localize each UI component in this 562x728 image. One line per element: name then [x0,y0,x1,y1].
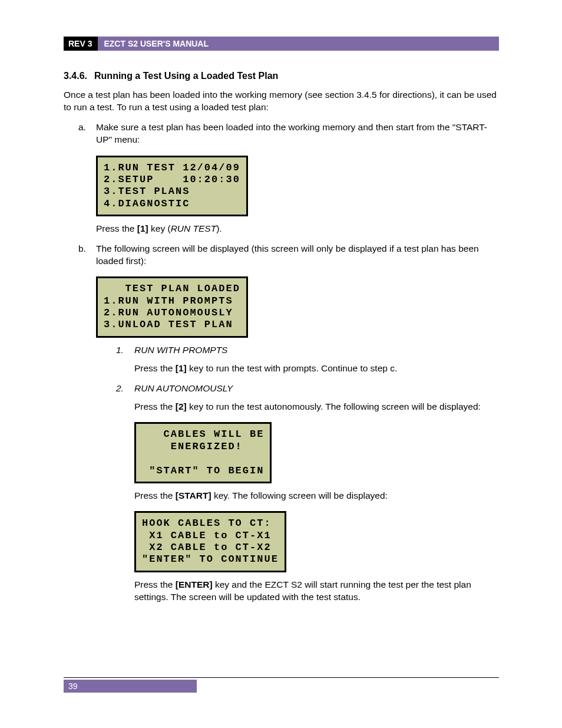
step-a-text: Make sure a test plan has been loaded in… [96,121,499,146]
key-1b: [1] [176,363,187,373]
step-b-marker: b. [78,242,86,255]
header-title: EZCT S2 USER'S MANUAL [98,39,209,48]
section-intro: Once a test plan has been loaded into th… [64,88,499,114]
lcd-startup-menu: 1.RUN TEST 12/04/09 2.SETUP 10:20:30 3.T… [96,156,248,217]
step-a-marker: a. [78,121,86,133]
section-heading: 3.4.6.Running a Test Using a Loaded Test… [64,70,499,83]
key-1: [1] [137,223,148,233]
step-b: b. The following screen will be displaye… [64,242,499,604]
step-b-text: The following screen will be displayed (… [96,242,499,268]
option-2: 2. RUN AUTONOMOUSLY Press the [2] key to… [96,382,499,604]
step-a-after: Press the [1] key (RUN TEST). [96,222,499,235]
section-number: 3.4.6. [64,70,87,83]
page-content: 3.4.6.Running a Test Using a Loaded Test… [64,70,499,611]
page-header: REV 3 EZCT S2 USER'S MANUAL [64,37,499,51]
footer-rule [64,677,499,678]
option-2-after2: Press the [ENTER] key and the EZCT S2 wi… [134,578,499,604]
header-rev: REV 3 [64,37,98,51]
page-number: 39 [64,680,197,693]
key-2: [2] [176,401,187,411]
lcd-cables-energized: CABLES WILL BE ENERGIZED! "START" TO BEG… [134,422,272,483]
lcd-test-plan-loaded: TEST PLAN LOADED 1.RUN WITH PROMPTS 2.RU… [96,276,248,338]
option-2-marker: 2. [116,382,124,394]
option-2-line: Press the [2] key to run the test autono… [134,400,499,413]
option-1: 1. RUN WITH PROMPTS Press the [1] key to… [96,344,499,375]
option-1-line: Press the [1] key to run the test with p… [134,362,499,374]
option-2-title: RUN AUTONOMOUSLY [134,383,233,393]
section-title: Running a Test Using a Loaded Test Plan [94,71,278,81]
option-2-after1: Press the [START] key. The following scr… [134,489,499,502]
key-start: [START] [176,490,211,500]
option-1-marker: 1. [116,344,124,356]
step-a: a. Make sure a test plan has been loaded… [64,121,499,235]
lcd-hook-cables: HOOK CABLES TO CT: X1 CABLE to CT-X1 X2 … [134,511,286,572]
key-enter: [ENTER] [176,579,213,589]
option-1-title: RUN WITH PROMPTS [134,345,227,355]
